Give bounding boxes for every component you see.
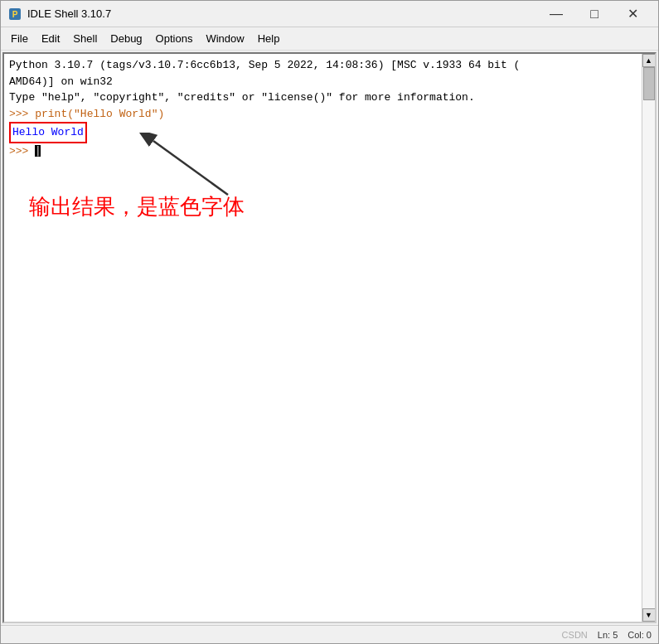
menu-window[interactable]: Window	[199, 30, 250, 47]
title-bar: P IDLE Shell 3.10.7 — □ ✕	[1, 1, 658, 27]
col-info: Col: 0	[628, 630, 652, 640]
window-title: IDLE Shell 3.10.7	[27, 7, 537, 20]
annotation-arrow	[137, 133, 245, 199]
output-highlighted: Hello World	[9, 122, 87, 143]
scroll-track[interactable]	[642, 67, 655, 608]
scroll-down-button[interactable]: ▼	[642, 608, 656, 622]
app-icon: P	[7, 7, 22, 22]
command-code: print("Hello World")	[35, 108, 164, 120]
close-button[interactable]: ✕	[613, 1, 652, 27]
menu-help[interactable]: Help	[251, 30, 287, 47]
minimize-button[interactable]: —	[537, 1, 575, 27]
menu-bar: File Edit Shell Debug Options Window Hel…	[1, 27, 658, 51]
idle-shell-window: P IDLE Shell 3.10.7 — □ ✕ File Edit Shel…	[0, 0, 659, 644]
maximize-button[interactable]: □	[575, 1, 613, 27]
help-line: Type "help", "copyright", "credits" or "…	[9, 90, 650, 106]
annotation-area: 输出结果，是蓝色字体	[29, 182, 361, 223]
scroll-up-button[interactable]: ▲	[642, 54, 656, 67]
prompt-2: >>>	[9, 145, 28, 157]
svg-text:P: P	[12, 10, 18, 19]
command-line: >>> print("Hello World")	[9, 106, 650, 123]
version-line-1: Python 3.10.7 (tags/v3.10.7:6cc6b13, Sep…	[9, 57, 650, 74]
line-info: Ln: 5	[598, 630, 618, 640]
status-bar: CSDN Ln: 5 Col: 0	[1, 625, 658, 643]
svg-line-3	[153, 141, 228, 195]
scroll-thumb[interactable]	[643, 67, 655, 100]
version-line-2: AMD64)] on win32	[9, 74, 650, 90]
output-text: Hello World	[12, 126, 84, 138]
menu-file[interactable]: File	[4, 30, 35, 47]
menu-options[interactable]: Options	[149, 30, 200, 47]
scrollbar[interactable]: ▲ ▼	[642, 54, 655, 622]
watermark: CSDN	[562, 630, 588, 640]
prompt-1: >>>	[9, 108, 28, 120]
next-prompt-line: >>> |	[9, 143, 650, 160]
menu-shell[interactable]: Shell	[66, 30, 104, 47]
window-controls: — □ ✕	[537, 1, 652, 27]
output-line: Hello World	[9, 122, 650, 143]
menu-debug[interactable]: Debug	[104, 30, 148, 47]
menu-edit[interactable]: Edit	[35, 30, 66, 47]
cursor-char: |	[35, 145, 41, 157]
status-info: CSDN Ln: 5 Col: 0	[562, 630, 652, 640]
shell-content[interactable]: Python 3.10.7 (tags/v3.10.7:6cc6b13, Sep…	[2, 52, 657, 623]
shell-text-area[interactable]: Python 3.10.7 (tags/v3.10.7:6cc6b13, Sep…	[4, 54, 655, 622]
